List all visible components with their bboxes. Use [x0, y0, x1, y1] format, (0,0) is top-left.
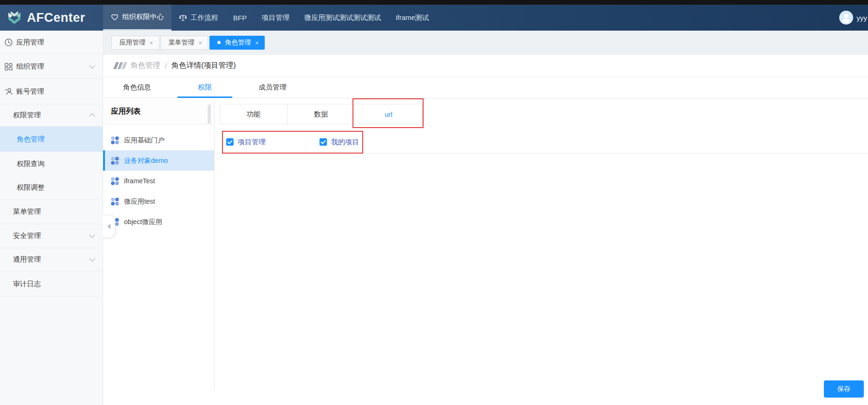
app-label: object微应用	[124, 218, 162, 226]
sidebar-item-label: 安全管理	[13, 231, 41, 240]
breadcrumb-slashes-icon	[115, 62, 126, 69]
afcenter-app-window: AFCenter 组织权限中心	[0, 0, 868, 405]
perm-tab-label: url	[385, 110, 392, 118]
checkbox-label: 项目管理	[238, 138, 266, 147]
sidebar-item-label: 权限调整	[17, 183, 45, 192]
checkbox-label: 我的项目	[331, 138, 359, 147]
app-list-title: 应用列表	[103, 98, 214, 124]
open-tab-label: 角色管理	[217, 39, 251, 47]
scrollbar-thumb[interactable]	[208, 104, 211, 124]
nav-item-org-permission-center[interactable]: 组织权限中心	[103, 5, 171, 31]
sidebar-item-label: 角色管理	[17, 135, 45, 144]
checkbox-item-project-management[interactable]: 项目管理	[226, 138, 266, 147]
sidebar-item-permission-query[interactable]: 权限查询	[0, 152, 103, 176]
brand-name: AFCenter	[27, 11, 85, 25]
sidebar-collapse-handle[interactable]	[103, 215, 115, 238]
sidebar-item-label: 菜单管理	[13, 207, 41, 216]
nav-item-microapp-test[interactable]: 微应用测试测试测试测试	[297, 5, 388, 31]
top-navbar: AFCenter 组织权限中心	[0, 5, 868, 31]
chevron-down-icon	[89, 63, 95, 69]
sidebar-item-label: 账号管理	[16, 87, 44, 96]
sidebar-item-general-management[interactable]: 通用管理	[0, 248, 103, 271]
perm-tab-data[interactable]: 数据	[287, 104, 355, 124]
open-tab-app-management[interactable]: 应用管理 ×	[111, 36, 159, 50]
sidebar-item-label: 权限查询	[17, 160, 45, 168]
nav-item-project-management[interactable]: 项目管理	[254, 5, 297, 31]
sidebar-item-permission-adjust[interactable]: 权限调整	[0, 176, 103, 199]
chevron-down-icon	[89, 232, 95, 238]
top-black-strip	[0, 0, 868, 5]
sidebar-item-menu-management[interactable]: 菜单管理	[0, 199, 103, 224]
sidebar-item-security-management[interactable]: 安全管理	[0, 224, 103, 248]
open-tab-label: 应用管理	[119, 39, 145, 47]
user-menu[interactable]: yyy	[839, 5, 868, 31]
tab-label: 角色信息	[123, 83, 151, 92]
app-row-base-portal[interactable]: 应用基础门户	[103, 130, 214, 150]
permission-type-tabs: 功能 数据 url	[220, 104, 423, 124]
sidebar-item-role-management[interactable]: 角色管理	[0, 127, 103, 152]
perm-tab-url[interactable]: url	[355, 104, 422, 124]
sidebar-item-label: 组织管理	[16, 62, 44, 71]
sidebar-item-org-management[interactable]: 组织管理	[0, 54, 103, 79]
open-tab-menu-management[interactable]: 菜单管理 ×	[161, 36, 209, 50]
app-row-microapp-test[interactable]: 微应用test	[103, 191, 214, 212]
app-label: 微应用test	[124, 197, 155, 206]
open-tab-role-management[interactable]: 角色管理 ×	[209, 36, 265, 50]
app-icon	[111, 136, 119, 144]
save-button[interactable]: 保存	[824, 380, 864, 398]
nav-item-label: 项目管理	[261, 13, 289, 22]
sidebar-item-permission-management[interactable]: 权限管理	[0, 104, 103, 127]
role-detail-tabs: 角色信息 权限 成员管理	[103, 77, 868, 98]
tab-label: 成员管理	[259, 83, 287, 92]
nav-item-workflow[interactable]: 工作流程	[171, 5, 226, 31]
nav-item-label: BFP	[233, 14, 247, 22]
chevron-up-icon	[89, 113, 95, 119]
chevron-down-icon	[89, 256, 95, 262]
checkbox-checked-icon[interactable]	[320, 138, 327, 146]
sidebar-item-label: 权限管理	[13, 111, 41, 120]
app-label: 业务对象demo	[124, 156, 168, 165]
tab-member-management[interactable]: 成员管理	[239, 77, 307, 98]
url-permission-row: 项目管理 我的项目	[215, 131, 868, 154]
sidebar-item-account-management[interactable]: 账号管理	[0, 79, 103, 104]
avatar	[839, 11, 853, 25]
nav-item-label: 微应用测试测试测试测试	[304, 13, 381, 22]
app-icon	[111, 177, 119, 185]
nav-item-bfp[interactable]: BFP	[226, 5, 254, 31]
breadcrumb-current: 角色详情(项目管理)	[171, 61, 236, 71]
tab-role-info[interactable]: 角色信息	[103, 77, 171, 98]
sidebar-item-label: 审计日志	[13, 280, 41, 289]
perm-tab-label: 功能	[247, 110, 261, 119]
app-row-business-object-demo[interactable]: 业务对象demo	[103, 150, 214, 171]
heart-icon	[111, 13, 119, 21]
app-list-panel: 应用列表 应用基础门户 业务对象demo iframeTest 微应用test	[103, 98, 215, 391]
permissions-content: 应用列表 应用基础门户 业务对象demo iframeTest 微应用test	[103, 98, 868, 405]
app-label: 应用基础门户	[124, 136, 164, 145]
breadcrumb-section[interactable]: 角色管理	[131, 61, 160, 71]
app-icon	[111, 198, 119, 206]
checkbox-item-my-projects[interactable]: 我的项目	[320, 138, 359, 147]
close-icon[interactable]: ×	[150, 40, 153, 46]
clock-icon	[4, 38, 13, 47]
scale-icon	[179, 13, 187, 22]
tab-permissions[interactable]: 权限	[171, 77, 239, 98]
app-row-iframetest[interactable]: iframeTest	[103, 171, 214, 191]
breadcrumb: 角色管理 / 角色详情(项目管理)	[103, 55, 868, 77]
checkbox-checked-icon[interactable]	[226, 138, 234, 146]
nav-item-label: 工作流程	[190, 13, 218, 22]
perm-tab-function[interactable]: 功能	[220, 104, 287, 124]
app-row-object-microapp[interactable]: object微应用	[103, 212, 214, 232]
afcenter-logo-icon	[7, 10, 22, 26]
close-icon[interactable]: ×	[255, 40, 259, 46]
brand-logo[interactable]: AFCenter	[7, 5, 85, 31]
sidebar-item-app-management[interactable]: 应用管理	[0, 31, 103, 54]
nav-item-iframe-test[interactable]: iframe测试	[388, 5, 437, 31]
open-tab-label: 菜单管理	[169, 39, 195, 47]
perm-tab-label: 数据	[314, 110, 328, 119]
close-icon[interactable]: ×	[199, 40, 202, 46]
username: yyy	[857, 14, 868, 22]
open-tabs-strip: 应用管理 × 菜单管理 × 角色管理 ×	[103, 31, 868, 55]
sidebar-item-label: 通用管理	[13, 255, 41, 264]
sidebar-item-audit-log[interactable]: 审计日志	[0, 271, 103, 297]
tab-label: 权限	[198, 83, 212, 92]
